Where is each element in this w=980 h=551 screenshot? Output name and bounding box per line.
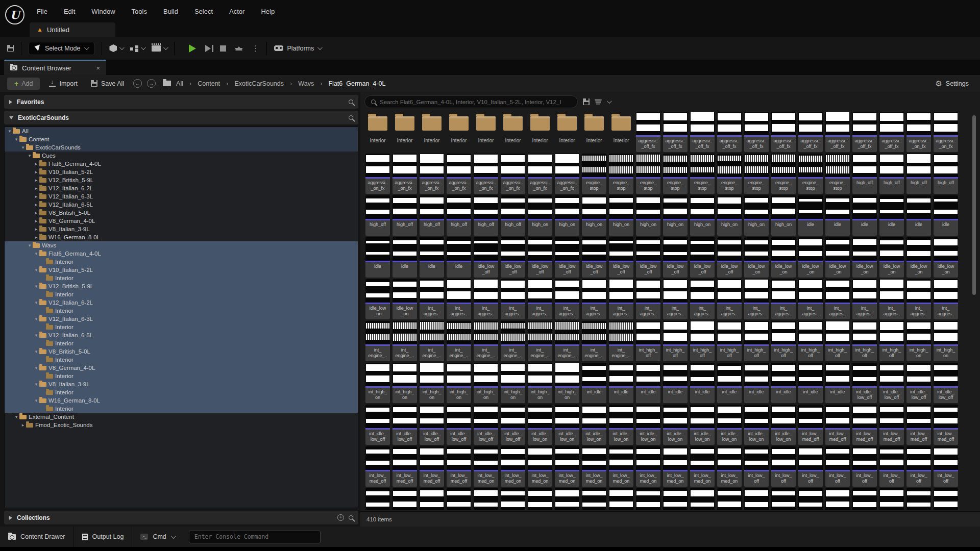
asset-tile[interactable]: idle_low_off [636,237,660,278]
filter-icon[interactable] [595,99,602,105]
asset-tile[interactable]: int_low_med_off [852,405,877,445]
asset-tile[interactable]: idle [934,195,958,236]
asset-tile[interactable]: int_aggres.. [934,279,958,319]
asset-tile[interactable]: int_idle [690,363,715,403]
expander-right-icon[interactable]: ▸ [33,218,39,223]
asset-tile[interactable]: aggressi.._off_fx [825,112,850,152]
asset-tile[interactable]: high_on [771,195,796,236]
forward-button[interactable]: → [147,79,156,88]
folder-tile[interactable]: Interior [555,112,579,152]
asset-tile[interactable]: int_low_on [474,488,498,510]
eject-button[interactable] [235,46,242,51]
expander-down-icon[interactable]: ▾ [13,414,19,419]
expander-right-icon[interactable]: ▸ [33,210,39,215]
asset-tile[interactable]: high_on [555,195,579,236]
asset-tile[interactable]: int_low_on [879,488,904,510]
asset-tile[interactable]: int_engine_.. [582,321,606,361]
asset-tile[interactable]: int_low_on [771,488,796,510]
asset-tile[interactable]: int_low_med_off [420,446,444,487]
folder-tile[interactable]: Interior [501,112,525,152]
collections-header[interactable]: Collections [4,511,358,524]
asset-tile[interactable]: int_high_off [663,321,688,361]
asset-tile[interactable]: idle_low_off [609,237,633,278]
asset-tile[interactable]: int_aggres.. [528,279,552,319]
asset-tile[interactable]: int_aggres.. [879,279,904,319]
asset-tile[interactable]: int_aggres.. [555,279,579,319]
asset-tile[interactable]: int_idle_low_off [447,405,471,445]
asset-tile[interactable]: aggressi.._on_fx [501,154,525,194]
save-level-button[interactable] [7,45,14,52]
asset-tile[interactable]: high_on [744,195,769,236]
asset-tile[interactable]: int_idle_low_on [744,405,769,445]
asset-tile[interactable]: int_low_on [663,488,688,510]
asset-tile[interactable]: int_engine_.. [420,321,444,361]
asset-tile[interactable]: aggressi.._on_fx [474,154,498,194]
asset-tile[interactable]: int_low_off [825,446,850,487]
breadcrumb-item[interactable]: Wavs [298,80,314,87]
asset-tile[interactable]: int_low_on [852,488,877,510]
asset-tile[interactable]: int_aggres.. [717,279,742,319]
folder-tile[interactable]: Interior [609,112,633,152]
tree-item[interactable]: ▾Cues [5,152,358,160]
expander-right-icon[interactable]: ▸ [33,178,39,183]
tree-item[interactable]: ▸V10_Italian_5-2L [5,168,358,176]
expander-right-icon[interactable]: ▸ [33,202,39,207]
asset-tile[interactable]: int_high_on [501,363,525,403]
asset-tile[interactable]: engine_stop [609,154,633,194]
asset-tile[interactable]: high_on [582,195,606,236]
asset-tile[interactable]: aggressi.._off_fx [798,112,823,152]
asset-tile[interactable]: int_high_off [636,321,660,361]
asset-tile[interactable]: int_high_on [906,321,931,361]
asset-tile[interactable]: int_high_on [447,363,471,403]
expander-right-icon[interactable]: ▸ [33,169,39,174]
asset-tile[interactable]: high_off [365,195,390,236]
asset-tile[interactable]: idle [393,237,417,278]
tab-content-browser[interactable]: Content Browser × [4,60,106,75]
asset-tile[interactable]: int_idle [744,363,769,403]
asset-tile[interactable]: int_idle_low_off [393,405,417,445]
asset-tile[interactable]: idle_low_on [393,279,417,319]
asset-tile[interactable]: int_aggres.. [447,279,471,319]
tree-item[interactable]: Interior [5,290,358,298]
tree-item[interactable]: Interior [5,339,358,347]
asset-tile[interactable]: int_aggres.. [744,279,769,319]
tree-item[interactable]: ▸Flat6_German_4-0L [5,160,358,168]
asset-tile[interactable]: int_idle [771,363,796,403]
sources-header[interactable]: ExoticCarSounds [4,111,358,124]
asset-tile[interactable]: int_high_off [690,321,715,361]
asset-tile[interactable]: idle_low_on [744,237,769,278]
tree-item[interactable]: ▾Wavs [5,241,358,249]
asset-tile[interactable]: idle_low_off [528,237,552,278]
asset-tile[interactable]: high_off [501,195,525,236]
asset-tile[interactable]: high_off [879,154,904,194]
tree-item[interactable]: ▸V12_Italian_6-3L [5,192,358,201]
asset-tile[interactable]: int_engine_.. [555,321,579,361]
search-icon[interactable] [349,115,353,120]
asset-tile[interactable]: idle [852,195,877,236]
settings-button[interactable]: ⚙ Settings [935,80,973,87]
asset-tile[interactable]: aggressi.._off_fx [717,112,742,152]
asset-tile[interactable]: aggressi.._off_fx [852,112,877,152]
breadcrumb-item[interactable]: Content [198,80,220,87]
asset-tile[interactable]: aggressi.._on_fx [934,112,958,152]
tree-item[interactable]: ▾V8_British_5-0L [5,347,358,356]
tree-item[interactable]: ▸V8_German_4-0L [5,217,358,225]
asset-tile[interactable]: int_high_on [393,363,417,403]
asset-tile[interactable]: int_low_on [365,488,390,510]
back-button[interactable]: ← [133,79,142,88]
asset-tile[interactable]: int_low_med_off [825,405,850,445]
expander-down-icon[interactable]: ▾ [27,153,33,158]
output-log-button[interactable]: Output Log [74,527,133,547]
expander-right-icon[interactable]: ▸ [33,161,39,166]
asset-tile[interactable]: engine_stop [663,154,688,194]
tree-item[interactable]: ▾V8_German_4-0L [5,364,358,372]
asset-tile[interactable]: idle [420,237,444,278]
asset-tile[interactable]: idle [879,195,904,236]
asset-tile[interactable]: int_low_med_off [447,446,471,487]
menu-build[interactable]: Build [156,6,185,17]
asset-tile[interactable]: int_aggres.. [690,279,715,319]
search-icon[interactable] [349,99,353,104]
asset-tile[interactable]: int_low_med_on [717,446,742,487]
tree-item[interactable]: Interior [5,388,358,396]
asset-tile[interactable]: aggressi.._on_fx [365,154,390,194]
